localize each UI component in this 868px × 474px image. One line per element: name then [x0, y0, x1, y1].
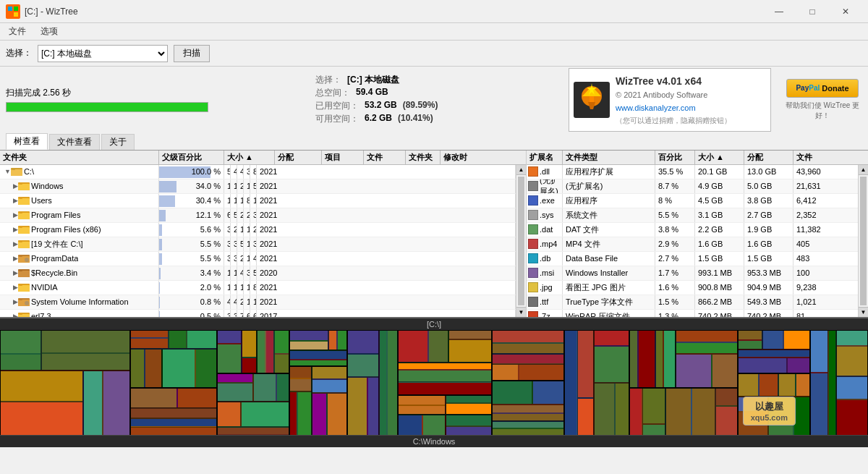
expand-icon[interactable]: ▶: [13, 255, 18, 262]
ft-col-files[interactable]: 文件: [793, 151, 868, 164]
pct-label: 30.4 %: [196, 196, 222, 205]
ft-col-ext[interactable]: 扩展名: [527, 151, 563, 164]
tree-scrollbar[interactable]: ▲ ▼: [516, 165, 526, 317]
filetype-row[interactable]: .sys系统文件5.5 %3.1 GB2.7 GB2,352: [527, 208, 858, 223]
pct-bar: [159, 195, 175, 207]
brand-info: WizTree v4.01 x64 © 2021 Antibody Softwa…: [616, 73, 731, 127]
scan-button[interactable]: 扫描: [174, 45, 210, 62]
ft-size-col: 740.2 MB: [695, 310, 744, 317]
ft-col-pct[interactable]: 百分比: [655, 151, 695, 164]
wiztree-maker: © 2021 Antibody Software: [616, 89, 731, 102]
tree-row[interactable]: ▼ C:\100.0 %56.7 GB45.4 GB429,529340,271…: [0, 165, 516, 179]
tree-row[interactable]: ▶ Program Files12.1 %6.8 GB5.3 GB28,8172…: [0, 208, 516, 223]
tab-tree-view[interactable]: 树查看: [6, 133, 48, 150]
col-modified[interactable]: 修改时: [441, 151, 526, 164]
filetype-row[interactable]: (无扩展名)(无扩展名)8.7 %4.9 GB5.0 GB21,631: [527, 179, 858, 194]
ft-ext-text: .msi: [540, 268, 554, 277]
filetype-row[interactable]: .dbData Base File2.7 %1.5 GB1.5 GB483: [527, 252, 858, 266]
maximize-button[interactable]: □: [796, 0, 829, 23]
filetype-row[interactable]: .datDAT 文件3.8 %2.2 GB1.9 GB11,382: [527, 223, 858, 237]
ft-scroll-thumb[interactable]: [860, 177, 867, 305]
ft-scrollbar[interactable]: ▲ ▼: [858, 165, 868, 317]
filetype-row[interactable]: .dll应用程序扩展35.5 %20.1 GB13.0 GB43,960: [527, 165, 858, 179]
scroll-up-arrow[interactable]: ▲: [516, 165, 526, 175]
tree-row[interactable]: ▶ Program Files (x86)5.6 %3.2 GB2.1 GB18…: [0, 223, 516, 237]
ft-ext-text: .mp4: [540, 240, 557, 248]
menu-options[interactable]: 选项: [38, 24, 61, 39]
tree-row[interactable]: ▶ [19 文件在 C:\]5.5 %3.1 GB3.1 GB541935202…: [0, 237, 516, 252]
menu-file[interactable]: 文件: [6, 24, 29, 39]
expand-icon[interactable]: ▶: [13, 197, 18, 204]
svg-rect-18: [19, 197, 22, 199]
expand-icon[interactable]: ▶: [13, 211, 18, 219]
tree-data-col: 45.4 GB: [231, 165, 237, 179]
close-button[interactable]: ✕: [829, 0, 862, 23]
filetype-row[interactable]: .exe应用程序8 %4.5 GB3.8 GB6,412: [527, 194, 858, 208]
donate-label: 帮助我们使 WizTree 更好！: [783, 101, 862, 121]
expand-icon[interactable]: ▶: [13, 226, 18, 233]
col-alloc[interactable]: 分配: [275, 151, 322, 164]
scroll-down-arrow[interactable]: ▼: [516, 307, 526, 317]
col-pct[interactable]: 父级百分比: [159, 151, 224, 164]
tree-data-col: 85,064: [244, 194, 250, 208]
ft-scroll-up[interactable]: ▲: [859, 165, 868, 175]
window-title: [C:] - WizTree: [25, 7, 762, 17]
filetype-row[interactable]: .jpg看图王 JPG 图片1.6 %900.8 MB904.9 MB9,238: [527, 281, 858, 295]
expand-icon[interactable]: ▼: [4, 168, 11, 175]
treemap-canvas[interactable]: [0, 330, 868, 435]
tree-row[interactable]: ▶ NVIDIA2.0 %1.1 GB1.1 GB1,4771,39285202…: [0, 281, 516, 295]
tree-row[interactable]: ▶ System Volume Information0.8 %448.2 MB…: [0, 295, 516, 310]
tree-row[interactable]: ▶ erl7.30.5 %314.0 MB326.4 MB7,2986,6776…: [0, 310, 516, 317]
ft-files-col: 81: [793, 310, 858, 317]
scroll-thumb[interactable]: [518, 177, 524, 305]
svg-rect-26: [18, 242, 30, 248]
expand-icon[interactable]: ▶: [13, 284, 18, 291]
pct-label: 5.5 %: [200, 240, 222, 248]
tree-data-col: 448.2 MB: [224, 295, 231, 309]
svg-rect-1: [14, 7, 18, 11]
file-tree-body: ▼ C:\100.0 %56.7 GB45.4 GB429,529340,271…: [0, 165, 526, 317]
filetype-row[interactable]: .7zWinRAR 压缩文件1.3 %740.2 MB740.2 MB81: [527, 310, 858, 317]
col-folders[interactable]: 文件夹: [406, 151, 441, 164]
filetype-row[interactable]: .mp4MP4 文件2.9 %1.6 GB1.6 GB405: [527, 237, 858, 252]
expand-icon[interactable]: ▶: [13, 298, 18, 305]
col-files[interactable]: 文件: [364, 151, 406, 164]
col-folder[interactable]: 文件夹: [0, 151, 159, 164]
ft-ext-col: .msi: [527, 266, 563, 280]
disk-total-row: 总空间： 59.4 GB: [315, 87, 438, 99]
col-items[interactable]: 项目: [322, 151, 364, 164]
minimize-button[interactable]: —: [762, 0, 796, 23]
svg-rect-30: [19, 255, 22, 257]
tab-about[interactable]: 关于: [101, 134, 135, 150]
tree-row[interactable]: ▶ ProgramData5.5 %3.1 GB3.1 GB23,96519,0…: [0, 252, 516, 266]
ft-size-col: 4.9 GB: [695, 179, 744, 193]
tree-data-col: 2.1 GB: [231, 223, 237, 237]
col-size[interactable]: 大小 ▲: [224, 151, 275, 164]
ft-col-alloc[interactable]: 分配: [744, 151, 793, 164]
ft-alloc-col: 5.0 GB: [744, 179, 793, 193]
tree-row[interactable]: ▶ $Recycle.Bin3.4 %1.9 GB1.9 GB4,3283,81…: [0, 266, 516, 281]
ft-ext-col: (无扩展名): [527, 179, 563, 193]
tree-data-col: 2021: [257, 165, 516, 179]
filetype-row[interactable]: .ttfTrueType 字体文件1.5 %866.2 MB549.3 MB1,…: [527, 295, 858, 310]
svg-rect-37: [19, 284, 22, 286]
expand-icon[interactable]: ▶: [13, 240, 18, 247]
tree-pct-col: 100.0 %: [159, 165, 224, 179]
ft-col-type[interactable]: 文件类型: [563, 151, 655, 164]
tree-folder-name: ▶ Program Files (x86): [0, 223, 159, 237]
filetype-row[interactable]: .msiWindows Installer1.7 %993.1 MB953.3 …: [527, 266, 858, 281]
ft-size-col: 866.2 MB: [695, 295, 744, 309]
drive-select[interactable]: [C:] 本地磁盘: [38, 45, 168, 62]
expand-icon[interactable]: ▶: [13, 182, 18, 190]
ft-col-size[interactable]: 大小 ▲: [695, 151, 744, 164]
ft-color-box: [528, 297, 538, 307]
folder-name-text: Users: [31, 196, 52, 205]
tree-row[interactable]: ▶ Windows34.0 %19.3 GB10.4 GB242,838183,…: [0, 179, 516, 194]
tab-file-view[interactable]: 文件查看: [49, 134, 100, 150]
ft-scroll-down[interactable]: ▼: [859, 307, 868, 317]
treemap-visualization[interactable]: [0, 330, 868, 435]
tree-row[interactable]: ▶ Users30.4 %17.2 GB17.4 GB102,06085,064…: [0, 194, 516, 208]
expand-icon[interactable]: ▶: [13, 269, 18, 276]
ft-alloc-col: 13.0 GB: [744, 165, 793, 179]
donate-button[interactable]: Pay Pal Donate: [786, 79, 859, 98]
